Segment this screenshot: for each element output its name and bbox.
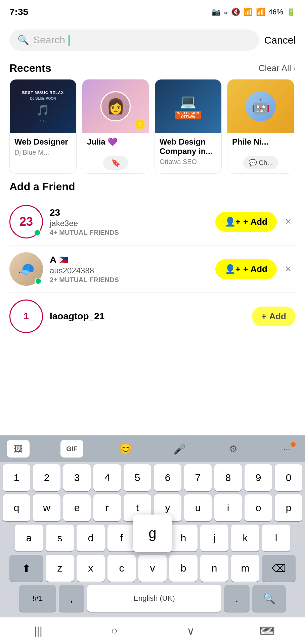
key-5[interactable]: 5: [124, 464, 151, 491]
dismiss-button-jake3ee[interactable]: ✕: [281, 214, 296, 229]
key-q[interactable]: q: [3, 494, 30, 521]
comma-key[interactable]: ,: [59, 585, 84, 612]
key-a[interactable]: a: [15, 525, 43, 551]
key-f[interactable]: f: [107, 525, 136, 551]
key-6[interactable]: 6: [154, 464, 181, 491]
add-friend-button-jake3ee[interactable]: 👤+ + Add: [215, 212, 277, 232]
friend-item-aus2024388: 🧢 A 🇵🇭 aus2024388 2+ MUTUAL FRIENDS 👤+ +…: [9, 246, 296, 293]
key-w[interactable]: w: [33, 494, 60, 521]
recent-thumb-phileni: 🤖: [227, 79, 294, 133]
key-i[interactable]: i: [214, 494, 242, 521]
key-3[interactable]: 3: [63, 464, 91, 491]
mute-icon: 🔇: [231, 8, 240, 16]
backspace-key[interactable]: ⌫: [262, 555, 296, 582]
key-x[interactable]: x: [77, 555, 105, 582]
key-h[interactable]: h: [169, 525, 198, 551]
nav-recent-button[interactable]: ∨: [177, 621, 204, 641]
gif-button[interactable]: GIF: [60, 440, 83, 458]
more-button[interactable]: ···: [275, 440, 298, 458]
status-time: 7:35: [9, 7, 28, 17]
recent-card-name: Web Designer: [14, 137, 72, 147]
dismiss-button-aus2024388[interactable]: ✕: [281, 262, 296, 276]
friend-name-laoagtop21: laoagtop_21: [50, 311, 245, 322]
bookmark-button[interactable]: 🔖: [103, 156, 128, 170]
key-s[interactable]: s: [46, 525, 74, 551]
recent-card-webdesign[interactable]: 💻 WEB DESIGNOTTAWA Web Design Company in…: [155, 79, 222, 174]
search-input[interactable]: Search: [33, 34, 70, 46]
key-r[interactable]: r: [93, 494, 121, 521]
add-person-icon: 👤+: [225, 217, 241, 227]
phileni-action[interactable]: 💬 Ch...: [227, 153, 294, 173]
friend-name-aus2024388: A 🇵🇭: [50, 255, 209, 265]
recent-card-julia[interactable]: 👩 ⭐ Julia 💜 🔖: [82, 79, 149, 174]
phileni-avatar: 🤖: [246, 91, 276, 121]
zxcv-row: ⬆ z x c v b n m ⌫: [3, 555, 302, 582]
keyboard-rows: 1 2 3 4 5 6 7 8 9 0 q w e r t y u i o p …: [0, 462, 305, 617]
flag-icon: 🇵🇭: [59, 256, 68, 264]
add-friend-button-laoagtop21[interactable]: + Add: [252, 307, 296, 326]
key-0[interactable]: 0: [275, 464, 302, 491]
key-n[interactable]: n: [200, 555, 228, 582]
julia-info: Julia 💜: [82, 133, 149, 153]
special-key[interactable]: !#1: [19, 585, 56, 612]
clear-all-button[interactable]: Clear All ›: [259, 63, 296, 73]
key-d[interactable]: d: [77, 525, 105, 551]
recent-card-sub: Dj Blue M...: [14, 149, 72, 156]
key-p[interactable]: p: [275, 494, 302, 521]
key-z[interactable]: z: [46, 555, 74, 582]
nav-back-button[interactable]: |||: [25, 621, 52, 641]
friend-avatar-aus2024388: 🧢: [9, 252, 43, 286]
friend-info-laoagtop21: laoagtop_21: [50, 311, 245, 322]
battery-icon: 🔋: [287, 8, 296, 16]
key-7[interactable]: 7: [184, 464, 212, 491]
friend-actions-laoagtop21: + Add: [252, 307, 296, 326]
key-k[interactable]: k: [231, 525, 259, 551]
key-j[interactable]: j: [200, 525, 228, 551]
recent-card-web-designer[interactable]: BEST MUSIC RELAX DJ BLUE MOON 🎵 ♪ ♫ ♪ We…: [9, 79, 77, 174]
nav-home-button[interactable]: ○: [101, 621, 128, 641]
status-icons: 📷 ⁎ 🔇 📶 📶 46% 🔋: [212, 8, 296, 16]
julia-action[interactable]: 🔖: [82, 153, 149, 173]
add-friend-button-aus2024388[interactable]: 👤+ + Add: [215, 259, 277, 279]
gear-button[interactable]: ⚙: [222, 440, 245, 458]
phileni-name: Phile Ni...: [232, 137, 289, 147]
nav-keyboard-button[interactable]: ⌨: [254, 621, 280, 641]
key-o[interactable]: o: [245, 494, 272, 521]
friend-info-aus2024388: A 🇵🇭 aus2024388 2+ MUTUAL FRIENDS: [50, 255, 209, 284]
key-b[interactable]: b: [169, 555, 198, 582]
period-key[interactable]: .: [224, 585, 250, 612]
key-c[interactable]: c: [107, 555, 136, 582]
key-2[interactable]: 2: [33, 464, 60, 491]
key-9[interactable]: 9: [245, 464, 272, 491]
sticker-button[interactable]: 🖼: [7, 440, 30, 458]
friend-item-laoagtop21: 1 laoagtop_21 + Add: [9, 293, 296, 340]
cancel-button[interactable]: Cancel: [264, 35, 296, 46]
bluetooth-icon: ⁎: [224, 8, 228, 16]
julia-avatar: 👩: [100, 91, 131, 121]
keyboard-toolbar: 🖼 GIF 😊 🎤 ⚙ ···: [0, 435, 305, 462]
key-g-popup[interactable]: g: [133, 515, 172, 552]
space-key[interactable]: English (UK): [87, 585, 221, 612]
key-4[interactable]: 4: [93, 464, 121, 491]
star-badge: ⭐: [135, 120, 145, 129]
key-1[interactable]: 1: [3, 464, 30, 491]
add-person-icon: 👤+: [225, 264, 241, 274]
key-e[interactable]: e: [63, 494, 91, 521]
emoji-button[interactable]: 😊: [114, 440, 137, 458]
chat-button[interactable]: 💬 Ch...: [243, 156, 278, 169]
battery-label: 46%: [268, 8, 283, 16]
search-box[interactable]: 🔍 Search: [9, 30, 259, 51]
keyboard: 🖼 GIF 😊 🎤 ⚙ ··· 1 2 3 4 5 6 7 8 9 0 q w …: [0, 435, 305, 644]
webdesign-info: Web Design Company in... Ottawa SEO: [155, 133, 221, 170]
key-m[interactable]: m: [231, 555, 259, 582]
key-u[interactable]: u: [184, 494, 212, 521]
recent-card-phileni[interactable]: 🤖 Phile Ni... 💬 Ch...: [227, 79, 294, 174]
friend-actions-aus2024388: 👤+ + Add ✕: [215, 259, 296, 279]
key-v[interactable]: v: [138, 555, 167, 582]
search-key[interactable]: 🔍: [252, 585, 286, 612]
friend-username-aus2024388: aus2024388: [50, 266, 209, 275]
shift-key[interactable]: ⬆: [9, 555, 43, 582]
mic-button[interactable]: 🎤: [168, 440, 191, 458]
key-8[interactable]: 8: [214, 464, 242, 491]
key-l[interactable]: l: [262, 525, 290, 551]
